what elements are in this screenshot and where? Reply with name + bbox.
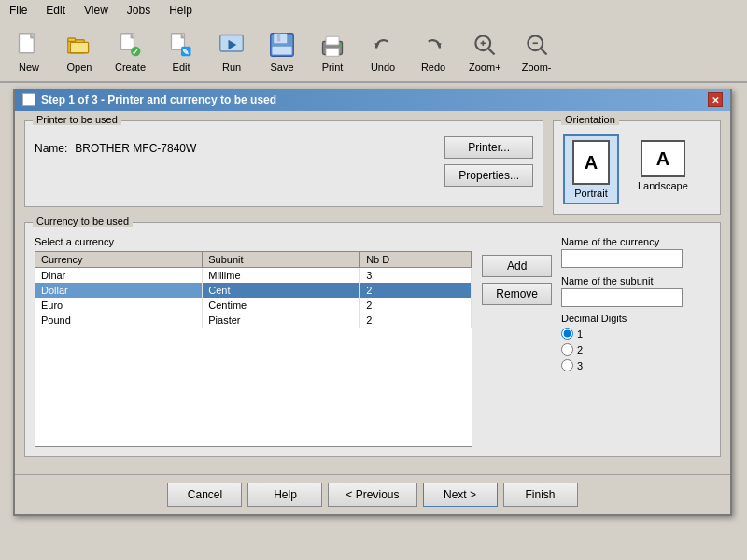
table-row[interactable]: PoundPiaster2 [35,313,472,328]
svg-text:✎: ✎ [182,48,190,57]
help-button[interactable]: Help [247,483,322,507]
currency-groupbox: Currency to be used Select a currency Cu… [24,222,721,457]
new-icon [14,30,44,60]
previous-button[interactable]: < Previous [328,483,416,507]
decimal-radio-group: 1 2 3 [561,328,711,371]
menu-view[interactable]: View [78,2,114,19]
dialog-title-icon: 🖨 [22,93,35,106]
toolbar-run-button[interactable]: Run [208,25,255,77]
dialog: 🖨 Step 1 of 3 - Printer and currency to … [13,89,732,516]
landscape-icon: A [641,140,685,177]
menu-edit[interactable]: Edit [40,2,71,19]
menu-file[interactable]: File [4,2,33,19]
dialog-footer: Cancel Help < Previous Next > Finish [15,474,730,514]
toolbar-zoom-plus-button[interactable]: Zoom+ [460,25,510,77]
svg-rect-21 [273,47,292,55]
menu-help[interactable]: Help [163,2,198,19]
dialog-title: Step 1 of 3 - Printer and currency to be… [41,93,276,106]
create-icon: ✓ [116,30,146,60]
toolbar: New Open ✓ Create [0,21,747,83]
decimal-option-1[interactable]: 1 [561,328,711,340]
toolbar-save-button[interactable]: Save [259,25,305,77]
finish-button[interactable]: Finish [503,483,578,507]
toolbar-new-button[interactable]: New [6,25,52,77]
printer-group-label: Printer to be used [33,114,121,125]
edit-icon: ✎ [166,30,196,60]
add-button[interactable]: Add [482,255,552,277]
printer-buttons: Printer... Properties... [444,136,533,187]
svg-text:✓: ✓ [132,48,139,57]
printer-button[interactable]: Printer... [444,136,533,159]
dialog-titlebar: 🖨 Step 1 of 3 - Printer and currency to … [15,89,730,111]
printer-name-row: Name: BROTHER MFC-7840W [35,142,435,155]
portrait-icon: A [572,140,610,185]
remove-button[interactable]: Remove [482,283,552,305]
svg-rect-4 [68,38,76,42]
toolbar-print-button[interactable]: Print [309,25,356,77]
properties-button[interactable]: Properties... [444,164,533,187]
menu-jobs[interactable]: Jobs [121,2,156,19]
svg-rect-5 [70,42,88,52]
landscape-label: Landscape [638,180,688,191]
undo-icon [368,30,398,60]
col-subunit: Subunit [203,252,360,268]
currency-name-label: Name of the currency [561,236,711,247]
decimal-option-3[interactable]: 3 [561,359,711,371]
toolbar-redo-button[interactable]: Redo [410,25,457,77]
orientation-group-label: Orientation [561,114,619,125]
table-row[interactable]: DinarMillime3 [35,268,472,284]
decimal-digits-label: Decimal Digits [561,313,711,324]
col-currency: Currency [35,252,203,268]
svg-line-31 [489,49,495,54]
dialog-close-button[interactable]: ✕ [708,92,723,107]
decimal-radio-1[interactable] [561,328,573,340]
printer-name-value: BROTHER MFC-7840W [75,142,196,155]
subunit-name-label: Name of the subunit [561,275,711,287]
currency-group-label: Currency to be used [33,216,133,227]
decimal-option-2[interactable]: 2 [561,343,711,356]
currency-table: Currency Subunit Nb D DinarMillime3Dolla… [35,252,472,328]
currency-action-buttons: Add Remove [482,236,552,447]
redo-icon [418,30,448,60]
dialog-titlebar-left: 🖨 Step 1 of 3 - Printer and currency to … [22,93,276,106]
currency-table-section: Select a currency Currency Subunit Nb D [35,236,472,447]
currency-fields: Name of the currency Name of the subunit… [561,236,711,447]
printer-name-label: Name: [35,142,67,155]
open-icon [64,30,94,60]
landscape-button[interactable]: A Landscape [628,134,698,204]
svg-rect-25 [339,44,342,47]
zoom-minus-icon [522,30,552,60]
currency-name-input[interactable] [561,249,683,268]
decimal-radio-2[interactable] [561,343,573,356]
toolbar-undo-button[interactable]: Undo [359,25,406,77]
svg-rect-20 [277,34,281,42]
select-currency-label: Select a currency [35,236,472,247]
portrait-button[interactable]: A Portrait [563,134,619,204]
zoom-plus-icon [470,30,500,60]
decimal-digits-section: Decimal Digits 1 2 [561,313,711,371]
currency-table-wrapper[interactable]: Currency Subunit Nb D DinarMillime3Dolla… [35,251,472,447]
decimal-radio-3[interactable] [561,359,573,371]
portrait-label: Portrait [574,188,607,199]
svg-line-34 [541,49,546,54]
dialog-content: Printer to be used Name: BROTHER MFC-784… [15,111,730,474]
toolbar-zoom-minus-button[interactable]: Zoom- [514,25,560,77]
toolbar-create-button[interactable]: ✓ Create [106,25,154,77]
print-icon [317,30,347,60]
svg-rect-24 [326,49,339,57]
run-icon [217,30,247,60]
orientation-buttons: A Portrait A Landscape [563,134,711,204]
col-nbd: Nb D [360,252,472,268]
svg-rect-23 [326,36,339,45]
orientation-groupbox: Orientation A Portrait A Landscape [553,120,721,215]
table-row[interactable]: EuroCentime2 [35,298,472,313]
toolbar-edit-button[interactable]: ✎ Edit [158,25,204,77]
subunit-name-input[interactable] [561,288,683,307]
printer-groupbox: Printer to be used Name: BROTHER MFC-784… [24,120,543,207]
next-button[interactable]: Next > [423,483,498,507]
save-icon [267,30,297,60]
menubar: File Edit View Jobs Help [0,0,747,21]
table-row[interactable]: DollarCent2 [35,283,472,298]
cancel-button[interactable]: Cancel [167,483,242,507]
toolbar-open-button[interactable]: Open [56,25,103,77]
